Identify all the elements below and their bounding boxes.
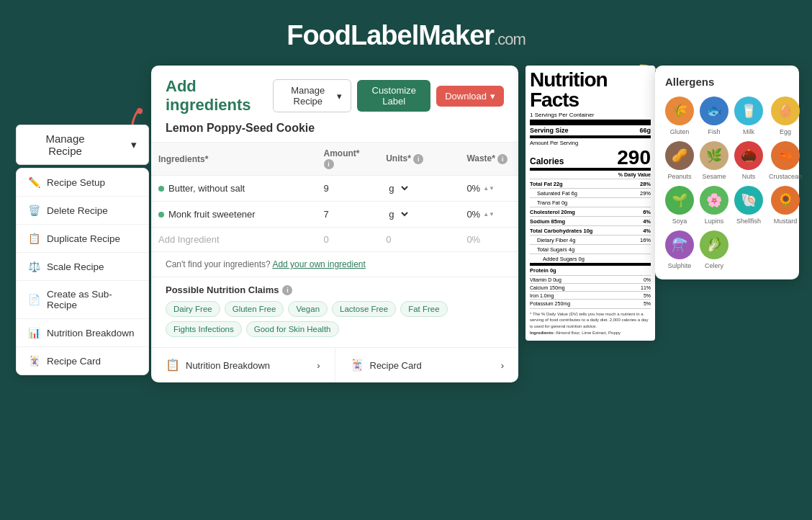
allergen-item-crustacean: 🦐 Crustacean: [769, 141, 802, 180]
recipe-card-icon: 🃏: [350, 358, 364, 372]
allergens-grid: 🌾 Gluten 🐟 Fish 🥛 Milk 🥚 Egg 🥜 Peanuts 🌿: [665, 97, 789, 269]
green-dot-icon: [158, 212, 164, 218]
nf-row: Total Carbohydrates 10g4%: [530, 225, 651, 235]
nf-row: Trans Fat 0g: [530, 197, 651, 207]
header-buttons: Manage Recipe ▾ Customize Label Download…: [273, 79, 504, 112]
serving-size-row: Serving Size 66g: [530, 120, 651, 138]
nf-row: Dietary Fiber 4g16%: [530, 235, 651, 244]
waste-cell: 0% ▲▼: [459, 202, 518, 228]
manage-recipe-label: Manage Recipe: [282, 85, 333, 107]
allergen-item-gluten: 🌾 Gluten: [665, 97, 694, 135]
claim-tag: Good for Skin Health: [246, 321, 339, 337]
main-content: Manage Recipe ▾ ✏️ Recipe Setup 🗑️ Delet…: [0, 66, 812, 492]
peanuts-icon: 🥜: [665, 141, 694, 170]
add-ingredient-row[interactable]: Add Ingredient 0 0 0%: [151, 228, 518, 252]
table-row: Monk fruit sweetener 7 g oz: [151, 202, 518, 228]
vit-row: Vitamin D 0ug0%: [530, 275, 651, 283]
claims-info-icon[interactable]: i: [282, 285, 292, 295]
nf-row: Cholesterol 20mg6%: [530, 207, 651, 216]
green-dot-icon: [158, 186, 164, 192]
recipe-card-card[interactable]: 🃏 Recipe Card ›: [335, 348, 519, 382]
nuts-icon: 🌰: [734, 141, 763, 170]
crustacean-icon: 🦐: [771, 141, 800, 170]
menu-item-label: Nutrition Breakdown: [47, 328, 135, 339]
shellfish-icon: 🐚: [734, 186, 763, 215]
manage-recipe-menu: ✏️ Recipe Setup 🗑️ Delete Recipe 📋 Dupli…: [16, 168, 149, 375]
waste-info-icon[interactable]: i: [497, 154, 508, 164]
manage-recipe-button[interactable]: Manage Recipe ▾: [16, 125, 149, 165]
ingredients-table: Ingredients* Amount* i Units* i Waste* i: [151, 142, 518, 252]
sidebar-item-scale-recipe[interactable]: ⚖️ Scale Recipe: [17, 253, 148, 281]
nf-footnote: * The % Daily Value (DV) tells you how m…: [530, 308, 651, 329]
soya-icon: 🌱: [665, 186, 694, 215]
menu-item-label: Create as Sub-Recipe: [47, 289, 137, 310]
sidebar-item-duplicate-recipe[interactable]: 📋 Duplicate Recipe: [17, 225, 148, 253]
vit-row: Potassium 250mg5%: [530, 299, 651, 307]
col-header-amount: Amount* i: [317, 143, 379, 176]
app-title: FoodLabelMaker.com: [0, 20, 812, 51]
servings-per-container: 1 Servings Per Container: [530, 112, 651, 118]
sidebar-item-recipe-card[interactable]: 🃏 Recipe Card: [17, 347, 148, 375]
claim-tag: Fights Infections: [166, 321, 242, 337]
nutrition-facts-panel: Nutrition Facts 1 Servings Per Container…: [525, 66, 655, 341]
title-text: FoodLabelMaker: [287, 20, 494, 50]
nf-ingredients: Ingredients: Almond flour, Lime Extract,…: [530, 331, 651, 336]
units-select[interactable]: g oz lb: [386, 182, 410, 194]
allergen-item-fish: 🐟 Fish: [700, 97, 728, 135]
allergens-panel: Allergens 🌾 Gluten 🐟 Fish 🥛 Milk 🥚 Egg 🥜…: [655, 66, 799, 279]
sidebar-item-create-sub-recipe[interactable]: 📄 Create as Sub-Recipe: [17, 281, 148, 319]
scale-icon: ⚖️: [28, 261, 40, 272]
bottom-cards: 📋 Nutrition Breakdown › 🃏 Recipe Card ›: [151, 347, 518, 382]
units-select[interactable]: g oz: [386, 208, 410, 220]
recipe-name: Lemon Poppy-Seed Cookie: [151, 122, 518, 142]
sidebar-item-recipe-setup[interactable]: ✏️ Recipe Setup: [17, 169, 148, 197]
cant-find-text: Can't find your ingredients? Add your ow…: [151, 252, 518, 277]
gluten-icon: 🌾: [665, 97, 694, 125]
allergens-title: Allergens: [665, 76, 789, 88]
nf-row: Total Sugars 4g: [530, 244, 651, 254]
sesame-icon: 🌿: [700, 141, 728, 170]
milk-icon: 🥛: [734, 97, 763, 125]
sidebar-item-delete-recipe[interactable]: 🗑️ Delete Recipe: [17, 197, 148, 225]
sulphite-icon: ⚗️: [665, 230, 694, 259]
nutrition-breakdown-icon: 📋: [166, 358, 180, 372]
chevron-down-icon: ▾: [337, 91, 342, 102]
nf-row: Saturated Fat 6g29%: [530, 188, 651, 197]
nutrition-breakdown-card[interactable]: 📋 Nutrition Breakdown ›: [151, 348, 335, 382]
claim-tag: Vegan: [288, 301, 328, 317]
add-ingredient-cell[interactable]: Add Ingredient: [151, 228, 317, 252]
waste-spinner[interactable]: ▲▼: [483, 211, 495, 218]
allergen-item-sesame: 🌿 Sesame: [700, 141, 728, 180]
customize-label-button[interactable]: Customize Label: [357, 80, 430, 112]
celery-icon: 🥬: [700, 230, 728, 259]
mustard-icon: 🌻: [771, 186, 800, 215]
table-row: Butter, without salt 9 g oz lb: [151, 176, 518, 202]
edit-icon: ✏️: [28, 176, 40, 188]
waste-cell: 0% ▲▼: [459, 176, 518, 202]
amount-per-serving: Amount Per Serving: [530, 140, 651, 146]
chevron-down-icon: ▾: [490, 91, 495, 102]
manage-recipe-header-button[interactable]: Manage Recipe ▾: [273, 79, 351, 112]
waste-spinner[interactable]: ▲▼: [483, 185, 495, 192]
add-own-ingredient-link[interactable]: Add your own ingredient: [272, 259, 365, 269]
allergen-item-lupins: 🌸 Lupins: [700, 186, 728, 225]
recipe-panel: Add ingredients Manage Recipe ▾ Customiz…: [151, 66, 518, 382]
amount-info-icon[interactable]: i: [324, 159, 334, 169]
download-button[interactable]: Download ▾: [436, 86, 504, 107]
menu-item-label: Duplicate Recipe: [47, 233, 120, 244]
units-cell[interactable]: g oz lb: [379, 176, 459, 202]
units-info-icon[interactable]: i: [413, 154, 423, 164]
vit-row: Iron 1.0mg5%: [530, 291, 651, 299]
nf-row: Total Fat 22g28%: [530, 179, 651, 188]
allergen-item-celery: 🥬 Celery: [700, 230, 728, 269]
menu-item-label: Recipe Setup: [47, 177, 105, 188]
allergen-item-soya: 🌱 Soya: [665, 186, 694, 225]
calories-row: Calories 290: [530, 148, 651, 171]
units-cell[interactable]: g oz: [379, 202, 459, 228]
menu-item-label: Delete Recipe: [47, 205, 108, 216]
fish-icon: 🐟: [700, 97, 728, 125]
duplicate-icon: 📋: [28, 233, 40, 244]
allergen-item-peanuts: 🥜 Peanuts: [665, 141, 694, 180]
sidebar-item-nutrition-breakdown[interactable]: 📊 Nutrition Breakdown: [17, 319, 148, 347]
trash-icon: 🗑️: [28, 205, 40, 216]
